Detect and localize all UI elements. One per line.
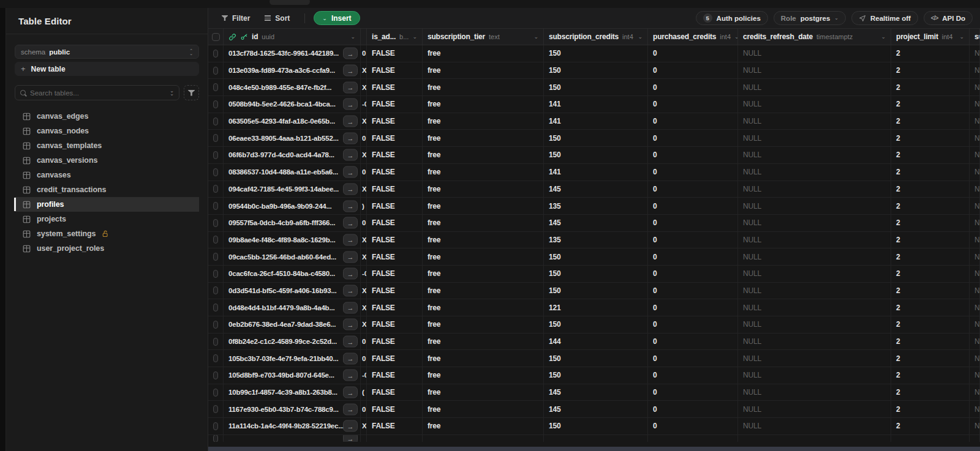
cell-su[interactable]: NULL — [970, 45, 980, 62]
expand-row-button[interactable]: → — [343, 370, 358, 381]
cell-su[interactable]: NULL — [970, 334, 980, 350]
cell-subscription-tier[interactable]: free — [423, 350, 544, 367]
row-checkbox[interactable] — [213, 286, 218, 294]
cell-purchased-credits[interactable]: 0 — [648, 418, 738, 434]
expand-row-button[interactable]: → — [343, 387, 358, 398]
cell-project-limit[interactable]: 2 — [891, 248, 970, 265]
cell-subscription-credits[interactable]: 145 — [544, 401, 648, 417]
row-checkbox[interactable] — [213, 389, 218, 397]
cell-subscription-tier[interactable]: free — [423, 147, 544, 163]
row-checkbox[interactable] — [213, 185, 218, 193]
table-row[interactable]: 105d8bf9-e703-49bd-807d-645e... → -0 FAL… — [208, 367, 980, 384]
cell-subscription-tier[interactable]: free — [423, 45, 544, 62]
cell-subscription-tier[interactable]: free — [423, 266, 544, 282]
cell-truncated-column[interactable]: 0 — [361, 215, 367, 231]
cell-project-limit[interactable]: 2 — [891, 384, 970, 401]
cell-purchased-credits[interactable]: 0 — [648, 266, 738, 282]
sidebar-item-credit_transactions[interactable]: credit_transactions — [15, 182, 199, 197]
cell-su[interactable]: NULL — [970, 283, 980, 299]
cell-is-admin[interactable]: FALSE — [367, 299, 423, 316]
cell-su[interactable]: NULL — [970, 113, 980, 130]
cell-su[interactable]: NULL — [970, 181, 980, 198]
sidebar-filter-button[interactable] — [184, 85, 199, 100]
expand-row-button[interactable]: → — [343, 285, 358, 296]
row-checkbox[interactable] — [213, 371, 218, 379]
cell-is-admin[interactable]: FALSE — [367, 164, 423, 181]
schema-select[interactable]: schema public ⌃⌄ — [15, 45, 199, 59]
sidebar-item-canvases[interactable]: canvases — [15, 168, 199, 182]
cell-purchased-credits[interactable]: 0 — [648, 248, 738, 265]
cell-credits-refresh-date[interactable]: NULL — [738, 401, 891, 417]
cell-subscription-credits[interactable]: 135 — [544, 232, 648, 248]
cell-project-limit[interactable]: 2 — [891, 283, 970, 299]
expand-row-button[interactable]: → — [343, 268, 358, 280]
insert-button[interactable]: ⌄ Insert — [314, 11, 360, 25]
cell-id[interactable]: 013e039a-fd89-473a-a3c6-ccfa9... → — [224, 62, 361, 79]
cell-project-limit[interactable]: 2 — [891, 62, 970, 79]
cell-su[interactable]: NULL — [970, 164, 980, 181]
cell-subscription-credits[interactable]: 150 — [544, 79, 648, 95]
filter-button[interactable]: Filter — [216, 11, 256, 26]
cell-project-limit[interactable]: 2 — [891, 215, 970, 231]
cell-credits-refresh-date[interactable]: NULL — [738, 350, 891, 367]
cell-credits-refresh-date[interactable]: NULL — [738, 79, 891, 95]
row-checkbox[interactable] — [213, 435, 218, 442]
cell-subscription-tier[interactable]: free — [423, 62, 544, 79]
cell-truncated-column[interactable]: X — [361, 299, 367, 316]
cell-su[interactable]: NULL — [970, 96, 980, 113]
row-checkbox[interactable] — [213, 236, 218, 244]
cell-purchased-credits[interactable]: 0 — [648, 215, 738, 231]
search-tables-input[interactable] — [30, 89, 165, 97]
cell-project-limit[interactable]: 2 — [891, 316, 970, 333]
cell-subscription-tier[interactable]: free — [423, 299, 544, 316]
cell-id[interactable]: 0d3d541d-bf5c-459f-a406-16b93... → — [224, 283, 361, 299]
cell-is-admin[interactable]: FALSE — [367, 316, 423, 333]
cell-subscription-credits[interactable]: 121 — [544, 299, 648, 316]
column-header-purchased-credits[interactable]: purchased_credits int4 ⌄ — [648, 29, 738, 45]
cell-project-limit[interactable]: 2 — [891, 181, 970, 198]
expand-row-button[interactable]: → — [343, 200, 358, 212]
table-row[interactable]: 063505e5-4293-4faf-a18c-0e65b... → X FAL… — [208, 113, 980, 130]
cell-subscription-credits[interactable]: 144 — [544, 334, 648, 350]
api-docs-button[interactable]: </> API Do — [924, 11, 973, 25]
cell-credits-refresh-date[interactable]: NULL — [738, 164, 891, 181]
cell-subscription-tier[interactable]: free — [423, 367, 544, 384]
row-checkbox[interactable] — [213, 219, 218, 227]
row-checkbox[interactable] — [213, 168, 218, 176]
table-row[interactable]: 09544b0c-ba9b-496a-9b09-244... → ) FALSE… — [208, 198, 980, 215]
chevron-down-icon[interactable]: ⌄ — [350, 34, 355, 40]
cell-id[interactable]: 0508b94b-5ee2-4626-bca1-4bca... → — [224, 96, 361, 113]
cell-project-limit[interactable]: 2 — [891, 147, 970, 163]
new-table-button[interactable]: + New table — [15, 62, 199, 76]
cell-purchased-credits[interactable]: 0 — [648, 79, 738, 95]
table-row[interactable]: 09557f5a-0dcb-4cb9-a6fb-fff366... → 0 FA… — [208, 215, 980, 232]
cell-truncated-column[interactable]: X — [361, 232, 367, 248]
cell-is-admin[interactable]: FALSE — [367, 79, 423, 95]
cell-su[interactable]: NULL — [970, 350, 980, 367]
table-row[interactable]: 11a114cb-1a4c-49f4-9b28-52219ec... → X F… — [208, 418, 980, 435]
cell-id[interactable]: 06f6b7d3-977d-4cd0-acd4-4a78... → — [224, 147, 361, 163]
cell-subscription-tier[interactable]: free — [423, 384, 544, 401]
cell-truncated-column[interactable]: -0 — [361, 266, 367, 282]
cell-project-limit[interactable]: 2 — [891, 96, 970, 113]
cell-purchased-credits[interactable]: 0 — [648, 130, 738, 146]
cell-subscription-tier[interactable]: free — [423, 113, 544, 130]
cell-credits-refresh-date[interactable]: NULL — [738, 130, 891, 146]
cell-purchased-credits[interactable]: 0 — [648, 316, 738, 333]
cell-credits-refresh-date[interactable]: NULL — [738, 248, 891, 265]
cell-project-limit[interactable]: 2 — [891, 401, 970, 417]
cell-credits-refresh-date[interactable]: NULL — [738, 232, 891, 248]
cell-project-limit[interactable]: 2 — [891, 130, 970, 146]
column-header-project-limit[interactable]: project_limit int4 ⌄ — [891, 29, 970, 45]
expand-row-button[interactable]: → — [343, 251, 358, 263]
cell-id[interactable]: 09544b0c-ba9b-496a-9b09-244... → — [224, 198, 361, 214]
column-header-is-admin[interactable]: is_ad... b... ⌄ — [367, 29, 423, 45]
cell-subscription-credits[interactable]: 150 — [544, 62, 648, 79]
cell-id[interactable]: 0d48e4d4-b1bf-4479-9a8b-4a4b... → — [224, 299, 361, 316]
cell-credits-refresh-date[interactable]: NULL — [738, 62, 891, 79]
cell-purchased-credits[interactable]: 0 — [648, 232, 738, 248]
cell-truncated-column[interactable]: X — [361, 113, 367, 130]
cell-subscription-credits[interactable]: 141 — [544, 164, 648, 181]
cell-subscription-credits[interactable]: 145 — [544, 384, 648, 401]
cell-project-limit[interactable]: 2 — [891, 418, 970, 434]
